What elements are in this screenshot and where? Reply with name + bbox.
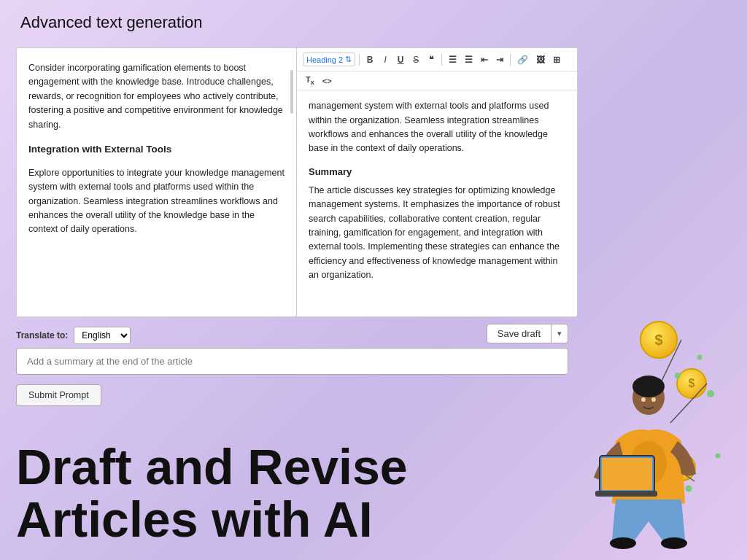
left-para-1: Consider incorporating gamification elem… (28, 61, 285, 132)
underline-button[interactable]: U (394, 53, 407, 66)
svg-rect-14 (602, 458, 652, 490)
editors-container: Consider incorporating gamification elem… (16, 47, 585, 317)
svg-point-3 (707, 390, 714, 397)
svg-rect-13 (600, 456, 654, 492)
left-editor: Consider incorporating gamification elem… (16, 47, 297, 317)
table-button[interactable]: ⊞ (550, 53, 563, 66)
translate-select[interactable]: English Spanish French German (74, 327, 131, 344)
heading-chevron: ⇅ (345, 55, 352, 64)
editor-toolbar-row2: Tx <> (297, 71, 577, 90)
big-headline: Draft and Revise Articles with AI (16, 441, 408, 545)
illustration: $ $ $ (535, 314, 740, 554)
prompt-container (16, 348, 568, 375)
svg-point-16 (641, 397, 646, 402)
headline-line1: Draft and Revise (16, 441, 408, 493)
summary-heading: Summary (309, 165, 565, 179)
headline-line2: Articles with AI (16, 494, 408, 545)
list-unordered-button[interactable]: ☰ (462, 53, 476, 66)
svg-point-10 (630, 441, 667, 485)
decoration-svg (535, 314, 740, 554)
editor-toolbar: Heading 2 ⇅ B I U S ❝ ☰ ☰ ⇤ ⇥ 🔗 🖼 ⊞ (297, 48, 577, 71)
svg-point-5 (697, 355, 703, 360)
code-button[interactable]: <> (320, 75, 335, 87)
heading-label: Heading 2 (306, 55, 343, 64)
svg-point-11 (610, 537, 636, 549)
right-editor-content[interactable]: management system with external tools an… (297, 90, 577, 315)
image-button[interactable]: 🖼 (533, 53, 548, 66)
submit-prompt-button[interactable]: Submit Prompt (16, 384, 101, 406)
subscript-button[interactable]: Tx (303, 74, 317, 88)
toolbar-separator-3 (510, 54, 511, 66)
list-ordered-button[interactable]: ☰ (446, 53, 460, 66)
left-para-2: Explore opportunities to integrate your … (28, 166, 285, 237)
indent-right-button[interactable]: ⇥ (493, 53, 506, 66)
svg-point-8 (632, 380, 665, 415)
heading-select[interactable]: Heading 2 ⇅ (303, 52, 355, 66)
translate-label: Translate to: (16, 330, 68, 341)
translate-bar: Translate to: English Spanish French Ger… (16, 327, 131, 344)
quote-button[interactable]: ❝ (425, 53, 438, 66)
coin-1: $ (640, 321, 678, 359)
coin-3: $ (668, 454, 696, 481)
summary-text: The article discusses key strategies for… (309, 184, 565, 283)
left-section-heading: Integration with External Tools (28, 142, 285, 158)
coin-2: $ (676, 368, 707, 399)
strikethrough-button[interactable]: S (409, 53, 422, 66)
svg-point-9 (632, 376, 665, 397)
italic-button[interactable]: I (379, 53, 392, 66)
svg-point-17 (651, 397, 656, 402)
svg-point-7 (716, 454, 721, 459)
toolbar-separator-2 (441, 54, 442, 66)
bold-button[interactable]: B (363, 53, 376, 66)
left-scrollbar[interactable] (290, 55, 294, 317)
prompt-input[interactable] (16, 348, 568, 375)
svg-point-6 (686, 486, 692, 492)
link-button[interactable]: 🔗 (514, 53, 531, 66)
svg-rect-15 (595, 491, 657, 497)
right-editor: Heading 2 ⇅ B I U S ❝ ☰ ☰ ⇤ ⇥ 🔗 🖼 ⊞ Tx <… (297, 47, 578, 317)
indent-left-button[interactable]: ⇤ (478, 53, 491, 66)
svg-point-12 (661, 537, 687, 549)
left-editor-content: Consider incorporating gamification elem… (17, 48, 296, 316)
toolbar-separator-1 (359, 54, 360, 66)
right-para-1: management system with external tools an… (309, 99, 565, 156)
page-title: Advanced text generation (20, 13, 203, 32)
